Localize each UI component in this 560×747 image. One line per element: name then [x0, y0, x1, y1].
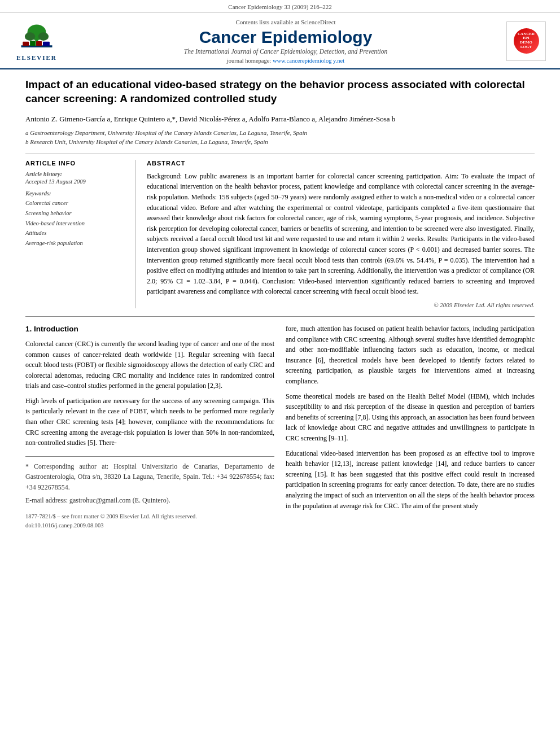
journal-logo-area: CANCEREPIDEMOLOGY — [504, 21, 549, 61]
elsevier-text: ELSEVIER — [16, 54, 57, 61]
keyword-1: Colorectal cancer — [25, 198, 126, 208]
journal-title: Cancer Epidemiology — [68, 28, 504, 46]
svg-rect-8 — [43, 41, 50, 45]
article-info-label: ARTICLE INFO — [25, 160, 126, 167]
elsevier-tree-icon — [17, 22, 56, 53]
keywords-label: Keywords: — [25, 190, 126, 196]
keywords-list: Colorectal cancer Screening behavior Vid… — [25, 198, 126, 248]
body-divider — [25, 316, 535, 317]
section1-para1: Colorectal cancer (CRC) is currently the… — [25, 339, 274, 391]
article-info-col: ARTICLE INFO Article history: Accepted 1… — [25, 160, 135, 308]
journal-homepage-url: www.cancerepidemiolog y.net — [273, 58, 344, 64]
authors: Antonio Z. Gimeno-García a, Enrique Quin… — [25, 113, 535, 125]
elsevier-logo-area: ELSEVIER — [6, 22, 68, 61]
article-title: Impact of an educational video-based str… — [25, 78, 535, 106]
footnote-area: * Corresponding author at: Hospital Univ… — [25, 456, 274, 505]
section1-col2-para2: Some theoretical models are based on the… — [286, 391, 535, 444]
body-col-right: fore, much attention has focused on pati… — [286, 324, 535, 530]
journal-logo-box: CANCEREPIDEMOLOGY — [506, 21, 546, 61]
keyword-2: Screening behavior — [25, 208, 126, 219]
section1-col2-para3: Educational video-based intervention has… — [286, 448, 535, 512]
divider-1 — [25, 154, 535, 154]
footnote-email: E-mail address: gastrohuc@gmail.com (E. … — [25, 495, 274, 506]
authors-text: Antonio Z. Gimeno-García a, Enrique Quin… — [25, 115, 395, 123]
affiliation-a: a Gastroenterology Department, Universit… — [25, 128, 535, 138]
sciencedirect-link: Contents lists available at ScienceDirec… — [68, 19, 504, 25]
bottom-info: 1877-7821/$ – see front matter © 2009 El… — [25, 512, 274, 530]
journal-volume-info: Cancer Epidemiology 33 (2009) 216–222 — [228, 3, 331, 10]
issn-line: 1877-7821/$ – see front matter © 2009 El… — [25, 512, 274, 521]
copyright: © 2009 Elsevier Ltd. All rights reserved… — [147, 302, 535, 308]
sciencedirect-text: Contents lists available at ScienceDirec… — [235, 19, 335, 25]
affiliations: a Gastroenterology Department, Universit… — [25, 128, 535, 147]
page-wrapper: Cancer Epidemiology 33 (2009) 216–222 — [0, 0, 560, 747]
journal-homepage: journal homepage: www.cancerepidemiolog … — [68, 58, 504, 64]
body-two-col: 1. Introduction Colorectal cancer (CRC) … — [25, 324, 535, 530]
abstract-col: ABSTRACT Background: Low public awarenes… — [147, 160, 535, 308]
section1-para2: High levels of participation are necessa… — [25, 396, 274, 448]
keyword-3: Video-based intervention — [25, 219, 126, 229]
section1-col2-para1: fore, much attention has focused on pati… — [286, 324, 535, 387]
svg-rect-6 — [30, 41, 35, 46]
top-bar: Cancer Epidemiology 33 (2009) 216–222 — [0, 0, 560, 13]
abstract-text: Background: Low public awareness is an i… — [147, 171, 535, 297]
abstract-label: ABSTRACT — [147, 160, 535, 167]
journal-subtitle: The International Journal of Cancer Epid… — [68, 48, 504, 55]
svg-point-3 — [25, 32, 35, 41]
article-info-abstract: ARTICLE INFO Article history: Accepted 1… — [25, 160, 535, 308]
body-col-left: 1. Introduction Colorectal cancer (CRC) … — [25, 324, 274, 530]
main-content: Impact of an educational video-based str… — [0, 69, 560, 541]
journal-logo-text: CANCEREPIDEMOLOGY — [518, 32, 535, 50]
journal-logo-inner: CANCEREPIDEMOLOGY — [514, 28, 539, 55]
section1-heading: 1. Introduction — [25, 324, 274, 335]
keyword-4: Attitudes — [25, 228, 126, 238]
journal-header-center: Contents lists available at ScienceDirec… — [68, 19, 504, 64]
history-label: Article history: — [25, 171, 126, 177]
journal-header: ELSEVIER Contents lists available at Sci… — [0, 13, 560, 69]
keyword-5: Average-risk population — [25, 238, 126, 248]
accepted-date: Accepted 13 August 2009 — [25, 178, 126, 185]
elsevier-logo: ELSEVIER — [6, 22, 68, 61]
abstract-content: Background: Low public awareness is an i… — [147, 172, 535, 296]
journal-homepage-label: journal homepage: — [227, 58, 271, 64]
svg-rect-5 — [23, 41, 29, 45]
doi-line: doi:10.1016/j.canep.2009.08.003 — [25, 521, 274, 530]
affiliation-b: b Research Unit, University Hospital of … — [25, 137, 535, 147]
svg-point-4 — [38, 32, 49, 41]
footnote-star: * Corresponding author at: Hospital Univ… — [25, 461, 274, 493]
svg-rect-7 — [36, 41, 42, 45]
journal-logo-circle: CANCEREPIDEMOLOGY — [514, 28, 539, 54]
